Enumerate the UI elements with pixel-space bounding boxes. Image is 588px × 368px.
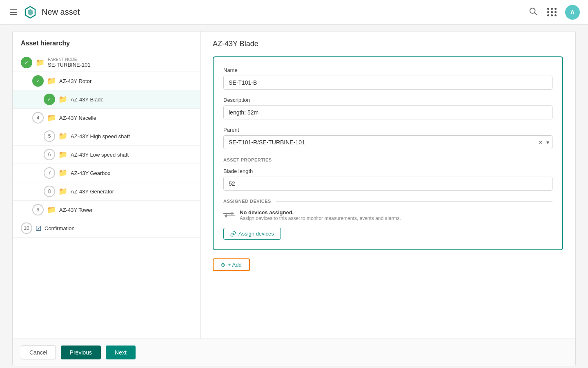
item-label-5: AZ-43Y High speed shaft (71, 133, 130, 139)
name-label: Name (223, 67, 552, 73)
item-label-8: AZ-43Y Generator (71, 188, 114, 195)
folder-icon-3: 📁 (58, 95, 67, 104)
search-icon (528, 7, 537, 16)
item-label-6: AZ-43Y Low speed shaft (71, 152, 129, 158)
search-button[interactable] (527, 5, 539, 19)
blade-length-field-group: Blade length (223, 168, 552, 191)
item-label-9: AZ-43Y Tower (59, 207, 93, 213)
panel-footer: Cancel Previous Next (13, 339, 575, 366)
folder-icon-6: 📁 (58, 150, 67, 159)
item-label-1: SE-TURBINE-101 (48, 62, 91, 68)
tree-item-5[interactable]: 5 📁 AZ-43Y High speed shaft (13, 127, 200, 146)
name-input[interactable] (223, 76, 552, 90)
name-field-group: Name (223, 67, 552, 90)
step-badge-7: 7 (44, 167, 55, 179)
asset-properties-divider: ASSET PROPERTIES (223, 157, 552, 162)
blade-length-input[interactable] (223, 177, 552, 191)
divider-line-1 (277, 160, 552, 160)
svg-marker-5 (232, 212, 234, 215)
sidebar-title: Asset hierarchy (13, 40, 200, 54)
previous-button[interactable]: Previous (61, 346, 101, 359)
parent-label: Parent (223, 127, 552, 133)
tree-item-8[interactable]: 8 📁 AZ-43Y Generator (13, 182, 200, 201)
step-badge-5: 5 (44, 130, 55, 142)
assigned-devices-divider: ASSIGNED DEVICES (223, 199, 552, 204)
parent-field-group: Parent ✕ ▾ (223, 127, 552, 149)
main-container: Asset hierarchy ✓ 📁 PARENT NODE SE-TURBI… (12, 31, 576, 366)
step-badge-10: 10 (21, 222, 32, 234)
no-devices-secondary: Assign devices to this asset to monitor … (240, 215, 401, 221)
add-button-wrapper: ⊕ + Add (213, 258, 563, 271)
chevron-down-icon[interactable]: ▾ (546, 139, 549, 146)
tree-item-6[interactable]: 6 📁 AZ-43Y Low speed shaft (13, 146, 200, 164)
parent-node-info: PARENT NODE SE-TURBINE-101 (48, 57, 91, 68)
hamburger-icon (10, 9, 17, 15)
app-logo (24, 6, 37, 19)
step-badge-8: 8 (44, 186, 55, 197)
checkbox-icon-10: ☑ (36, 224, 41, 232)
assigned-devices-label: ASSIGNED DEVICES (223, 199, 271, 204)
right-panel: AZ-43Y Blade Name Description Parent (200, 31, 575, 339)
step-badge-9: 9 (32, 204, 44, 215)
item-label-3: AZ-43Y Blade (71, 96, 104, 103)
tree-item-10[interactable]: 10 ☑ Confirmation (13, 219, 200, 238)
folder-icon-4: 📁 (47, 113, 56, 122)
step-badge-6: 6 (44, 149, 55, 160)
description-label: Description (223, 97, 552, 103)
add-icon: ⊕ (221, 262, 225, 268)
topbar-left: New asset (8, 6, 80, 19)
panel-title: AZ-43Y Blade (213, 40, 563, 48)
item-label-2: AZ-43Y Rotor (59, 78, 91, 84)
grid-icon (547, 8, 557, 16)
item-sublabel-1: PARENT NODE (48, 57, 91, 62)
svg-point-2 (530, 8, 535, 13)
link-icon (230, 231, 236, 237)
tree-item-4[interactable]: 4 📁 AZ-43Y Nacelle (13, 109, 200, 127)
cancel-button[interactable]: Cancel (21, 346, 56, 359)
blade-length-label: Blade length (223, 168, 552, 174)
parent-select-wrapper: ✕ ▾ (223, 135, 552, 149)
folder-icon-9: 📁 (47, 205, 56, 214)
description-field-group: Description (223, 97, 552, 119)
topbar-right: A (527, 5, 580, 20)
svg-line-3 (535, 13, 537, 15)
svg-marker-1 (28, 9, 33, 16)
next-button[interactable]: Next (106, 346, 136, 359)
svg-marker-7 (224, 214, 227, 218)
clear-icon[interactable]: ✕ (538, 139, 543, 146)
step-badge-2: ✓ (32, 75, 44, 87)
add-button-label: + Add (228, 262, 242, 268)
tree-item-7[interactable]: 7 📁 AZ-43Y Gearbox (13, 164, 200, 182)
form-card: Name Description Parent ✕ ▾ (213, 56, 563, 250)
tree-item-3[interactable]: ✓ 📁 AZ-43Y Blade (13, 90, 200, 109)
description-input[interactable] (223, 105, 552, 119)
folder-icon-5: 📁 (58, 132, 67, 141)
assign-devices-button[interactable]: Assign devices (223, 228, 281, 240)
folder-icon-8: 📁 (58, 187, 67, 196)
grid-button[interactable] (546, 6, 559, 18)
asset-properties-label: ASSET PROPERTIES (223, 157, 272, 162)
item-label-4: AZ-43Y Nacelle (59, 115, 96, 121)
menu-button[interactable] (8, 8, 19, 17)
asset-hierarchy-sidebar: Asset hierarchy ✓ 📁 PARENT NODE SE-TURBI… (13, 31, 200, 339)
step-badge-1: ✓ (21, 57, 32, 68)
item-label-10: Confirmation (45, 225, 75, 231)
step-badge-4: 4 (32, 112, 44, 123)
no-devices-section: No devices assigned. Assign devices to t… (223, 209, 552, 221)
content-area: Asset hierarchy ✓ 📁 PARENT NODE SE-TURBI… (13, 31, 575, 339)
assign-devices-label: Assign devices (238, 231, 274, 237)
tree-item-2[interactable]: ✓ 📁 AZ-43Y Rotor (13, 72, 200, 90)
folder-icon-2: 📁 (47, 76, 56, 85)
devices-arrows-icon (223, 210, 235, 221)
topbar: New asset A (0, 0, 588, 25)
no-devices-primary: No devices assigned. (240, 209, 401, 215)
add-button[interactable]: ⊕ + Add (213, 258, 250, 271)
devices-text-container: No devices assigned. Assign devices to t… (240, 209, 401, 221)
item-label-7: AZ-43Y Gearbox (71, 170, 110, 176)
parent-input[interactable] (223, 135, 552, 149)
avatar[interactable]: A (565, 5, 580, 20)
tree-item-1[interactable]: ✓ 📁 PARENT NODE SE-TURBINE-101 (13, 54, 200, 72)
tree-item-9[interactable]: 9 📁 AZ-43Y Tower (13, 201, 200, 219)
app-title: New asset (42, 7, 80, 17)
divider-line-2 (276, 201, 552, 202)
